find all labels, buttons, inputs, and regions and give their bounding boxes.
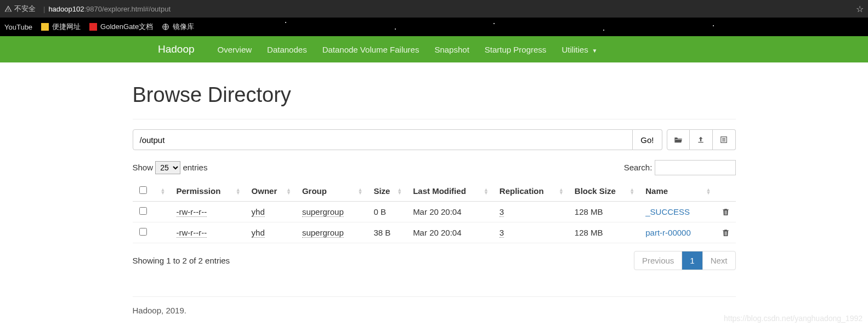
col-replication[interactable]: Replication▲▼ [493, 181, 568, 202]
replication-cell[interactable]: 3 [500, 207, 504, 217]
pagination: Previous 1 Next [634, 251, 736, 270]
pagination-next[interactable]: Next [703, 251, 735, 270]
bookmark-convenience[interactable]: 便捷网址 [41, 22, 81, 32]
brand[interactable]: Hadoop [158, 43, 195, 55]
table-footer: Showing 1 to 2 of 2 entries Previous 1 N… [133, 251, 736, 270]
watermark: https://blog.csdn.net/yanghuadong_1992 [724, 314, 863, 323]
path-input-group: Go! [133, 129, 662, 150]
col-permission[interactable]: Permission▲▼ [170, 181, 245, 202]
search-label: Search: [624, 163, 653, 172]
search-input[interactable] [655, 160, 736, 175]
pagination-prev[interactable]: Previous [634, 251, 682, 270]
nav-volume-failures[interactable]: Datanode Volume Failures [315, 37, 427, 62]
folder-open-icon [674, 136, 683, 144]
file-link[interactable]: part-r-00000 [645, 228, 691, 237]
globe-icon [162, 23, 169, 31]
url[interactable]: hadoop102:9870/explorer.html#/output [48, 5, 171, 13]
show-label: Show [133, 163, 154, 172]
bookmark-mirror[interactable]: 镜像库 [162, 22, 194, 32]
file-link[interactable]: _SUCCESS [645, 207, 690, 216]
col-size[interactable]: Size▲▼ [367, 181, 406, 202]
sort-icon: ▲▼ [286, 188, 291, 195]
nav-utilities-label: Utilities [561, 45, 588, 54]
blocksize-cell: 128 MB [568, 222, 639, 243]
bookmark-star-icon[interactable]: ☆ [856, 4, 864, 14]
separator: | [43, 5, 45, 13]
warning-icon [4, 5, 12, 13]
sort-icon[interactable]: ▲▼ [161, 188, 166, 195]
row-checkbox[interactable] [139, 207, 147, 215]
sort-icon: ▲▼ [484, 188, 489, 195]
sort-icon: ▲▼ [559, 188, 564, 195]
size-cell: 38 B [367, 222, 406, 243]
url-host: hadoop102 [48, 5, 84, 13]
folder-icon [41, 23, 49, 31]
table-row: -rw-r--r-- yhd supergroup 38 B Mar 20 20… [133, 222, 736, 243]
permission-cell[interactable]: -rw-r--r-- [177, 228, 207, 238]
pagination-page-1[interactable]: 1 [682, 251, 702, 270]
owner-cell[interactable]: yhd [252, 228, 265, 238]
new-folder-button[interactable] [667, 129, 690, 150]
bookmark-youtube[interactable]: YouTube [4, 23, 32, 31]
go-button[interactable]: Go! [633, 129, 662, 150]
oracle-icon [89, 23, 97, 31]
upload-button[interactable] [690, 129, 713, 150]
path-input[interactable] [133, 129, 633, 150]
search-control: Search: [624, 160, 736, 175]
toolbar-buttons [667, 129, 736, 150]
col-owner[interactable]: Owner▲▼ [245, 181, 296, 202]
col-group[interactable]: Group▲▼ [296, 181, 367, 202]
table-controls: Show 25 entries Search: [133, 160, 736, 175]
group-cell[interactable]: supergroup [302, 228, 344, 238]
owner-cell[interactable]: yhd [252, 207, 265, 217]
table-info: Showing 1 to 2 of 2 entries [133, 256, 230, 265]
col-name[interactable]: Name▲▼ [639, 181, 715, 202]
footer-text: Hadoop, 2019. [133, 306, 186, 315]
sort-icon: ▲▼ [629, 188, 634, 195]
sort-icon: ▲▼ [358, 188, 363, 195]
page-title: Browse Directory [133, 83, 736, 107]
bookmark-label: GoldenGate文档 [100, 22, 153, 32]
path-row: Go! [133, 129, 736, 150]
size-cell: 0 B [367, 202, 406, 222]
nav-datanodes[interactable]: Datanodes [259, 37, 315, 62]
sort-icon: ▲▼ [706, 188, 711, 195]
list-icon [720, 136, 728, 144]
nav-overview[interactable]: Overview [210, 37, 260, 62]
trash-icon [722, 208, 729, 216]
insecure-label: 不安全 [14, 4, 36, 14]
blocksize-cell: 128 MB [568, 202, 639, 222]
entries-control: Show 25 entries [133, 161, 208, 174]
insecure-warning: 不安全 [4, 4, 40, 14]
row-checkbox[interactable] [139, 228, 147, 236]
bookmark-goldengate[interactable]: GoldenGate文档 [89, 22, 153, 32]
file-table: ▲▼ Permission▲▼ Owner▲▼ Group▲▼ Size▲▼ L… [133, 181, 736, 243]
url-port: :9870 [84, 5, 102, 13]
nav-utilities[interactable]: Utilities ▼ [554, 37, 605, 62]
caret-down-icon: ▼ [591, 48, 598, 54]
cut-button[interactable] [713, 129, 736, 150]
browser-address-bar: 不安全 | hadoop102:9870/explorer.html#/outp… [0, 0, 868, 18]
bookmarks-bar: YouTube 便捷网址 GoldenGate文档 镜像库 [0, 18, 868, 36]
nav-snapshot[interactable]: Snapshot [427, 37, 476, 62]
nav-startup-progress[interactable]: Startup Progress [477, 37, 554, 62]
modified-cell: Mar 20 20:04 [406, 222, 493, 243]
bookmark-label: 便捷网址 [52, 22, 81, 32]
entries-label: entries [183, 163, 207, 172]
bookmark-label: YouTube [4, 23, 32, 31]
trash-icon [722, 228, 729, 237]
bookmark-label: 镜像库 [173, 22, 194, 32]
permission-cell[interactable]: -rw-r--r-- [177, 207, 207, 217]
col-modified[interactable]: Last Modified▲▼ [406, 181, 493, 202]
group-cell[interactable]: supergroup [302, 207, 344, 217]
select-all-checkbox[interactable] [139, 186, 147, 194]
table-header-row: ▲▼ Permission▲▼ Owner▲▼ Group▲▼ Size▲▼ L… [133, 181, 736, 202]
page-footer: Hadoop, 2019. [133, 296, 736, 315]
entries-select[interactable]: 25 [155, 161, 180, 174]
delete-button[interactable] [722, 208, 729, 216]
delete-button[interactable] [722, 228, 729, 237]
replication-cell[interactable]: 3 [500, 228, 504, 238]
sort-icon: ▲▼ [397, 188, 402, 195]
col-blocksize[interactable]: Block Size▲▼ [568, 181, 639, 202]
upload-icon [697, 136, 705, 144]
